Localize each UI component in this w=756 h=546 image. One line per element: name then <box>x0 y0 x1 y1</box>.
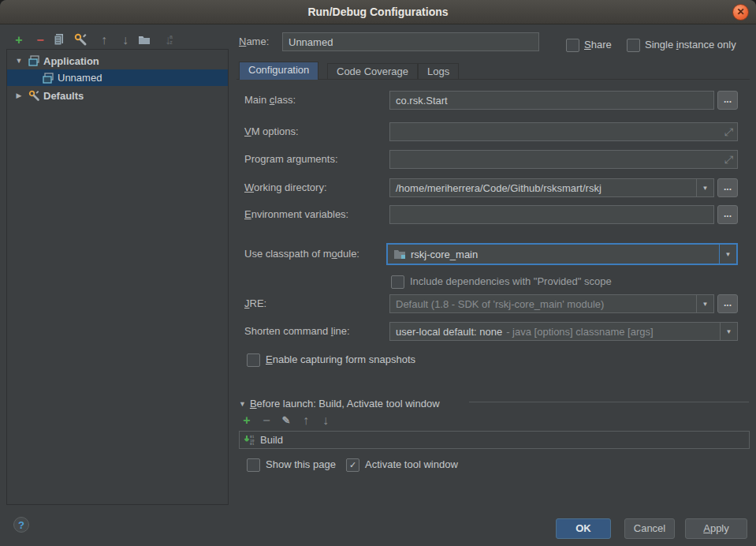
edit-defaults-icon[interactable] <box>73 32 92 48</box>
move-task-down-icon[interactable]: ↓ <box>319 413 332 428</box>
program-arguments-label: Program arguments: <box>244 150 338 169</box>
main-class-label: Main class: <box>244 91 296 110</box>
expand-field-icon[interactable]: ⤢ <box>724 153 733 166</box>
tree-item-defaults[interactable]: ▶ Defaults <box>7 87 228 104</box>
before-launch-toolbar: + − ✎ ↑ ↓ <box>240 413 332 428</box>
shorten-command-line-combobox[interactable]: user-local default: none - java [options… <box>389 322 738 341</box>
jre-label: JRE: <box>244 294 266 313</box>
task-build-item[interactable]: Build <box>260 431 283 450</box>
checkmark-icon: ✓ <box>349 460 356 470</box>
shorten-command-line-label: Shorten command line: <box>244 322 350 341</box>
add-configuration-icon[interactable]: + <box>9 32 28 48</box>
application-type-icon <box>42 72 54 84</box>
single-instance-checkbox[interactable]: Single instance only <box>627 36 736 54</box>
before-launch-task-list: 011001 Build <box>239 431 750 449</box>
edit-task-icon[interactable]: ✎ <box>280 413 292 428</box>
module-icon <box>393 249 406 260</box>
show-this-page-checkbox-box[interactable] <box>247 458 260 472</box>
single-instance-label: Single instance only <box>645 36 736 54</box>
application-type-icon <box>28 54 40 67</box>
tree-item-unnamed[interactable]: Unnamed <box>7 69 228 86</box>
move-task-up-icon[interactable]: ↑ <box>300 413 312 428</box>
show-this-page-checkbox[interactable]: Show this page <box>247 455 336 474</box>
dialog-title: Run/Debug Configurations <box>0 0 756 24</box>
move-up-icon[interactable]: ↑ <box>95 32 114 48</box>
activate-tool-window-checkbox[interactable]: ✓ Activate tool window <box>346 455 458 474</box>
share-checkbox[interactable]: Share <box>566 36 612 54</box>
configurations-tree: ▼ Application Unnamed ▶ Defaults <box>6 49 229 505</box>
working-directory-combobox[interactable]: /home/meriherrera/Code/Github/rsksmart/r… <box>389 178 714 197</box>
copy-configuration-icon[interactable] <box>52 32 71 48</box>
share-checkbox-box[interactable] <box>566 39 579 52</box>
main-class-input[interactable]: co.rsk.Start <box>389 91 714 110</box>
svg-text:01: 01 <box>250 442 255 446</box>
include-dependencies-checkbox-box[interactable] <box>391 275 404 289</box>
build-icon: 011001 <box>244 434 256 447</box>
move-down-icon[interactable]: ↓ <box>116 32 135 48</box>
name-input[interactable]: Unnamed <box>282 32 539 51</box>
expand-field-icon[interactable]: ⤢ <box>724 125 733 139</box>
chevron-down-icon[interactable]: ▼ <box>13 57 24 65</box>
close-icon[interactable]: ✕ <box>732 4 749 21</box>
jre-combobox[interactable]: Default (1.8 - SDK of 'rskj-core_main' m… <box>389 294 714 313</box>
use-classpath-label: Use classpath of module: <box>244 245 359 264</box>
chevron-right-icon[interactable]: ▶ <box>13 92 24 99</box>
working-directory-label: Working directory: <box>244 178 327 197</box>
add-task-icon[interactable]: + <box>240 413 253 428</box>
help-icon[interactable]: ? <box>13 517 29 533</box>
run-debug-configurations-dialog: Run/Debug Configurations ✕ + − ↑ ↓ ↓az N… <box>0 0 756 546</box>
program-arguments-input[interactable]: ⤢ <box>389 150 738 169</box>
tab-code-coverage[interactable]: Code Coverage <box>327 63 418 80</box>
environment-variables-browse-button[interactable]: ... <box>717 205 738 224</box>
tree-item-application[interactable]: ▼ Application <box>7 52 228 69</box>
enable-capturing-checkbox-box[interactable] <box>247 353 260 367</box>
new-folder-icon[interactable] <box>137 32 156 48</box>
working-directory-browse-button[interactable]: ... <box>717 178 738 197</box>
enable-capturing-label: Enable capturing form snapshots <box>266 350 415 369</box>
show-this-page-label: Show this page <box>266 455 336 474</box>
chevron-down-icon[interactable]: ▼ <box>239 400 246 408</box>
before-launch-separator <box>469 402 749 402</box>
enable-capturing-checkbox[interactable]: Enable capturing form snapshots <box>247 350 415 369</box>
include-dependencies-checkbox[interactable]: Include dependencies with "Provided" sco… <box>391 272 612 291</box>
environment-variables-label: Environment variables: <box>244 205 348 224</box>
main-class-browse-button[interactable]: ... <box>717 91 738 110</box>
before-launch-title: Before launch: Build, Activate tool wind… <box>250 395 440 413</box>
name-label: Name: <box>239 32 269 51</box>
before-launch-header[interactable]: ▼ Before launch: Build, Activate tool wi… <box>239 395 440 413</box>
remove-configuration-icon[interactable]: − <box>31 32 50 48</box>
include-dependencies-label: Include dependencies with "Provided" sco… <box>410 272 612 291</box>
activate-tool-window-checkbox-box[interactable]: ✓ <box>346 458 359 472</box>
tab-configuration[interactable]: Configuration <box>239 62 318 80</box>
title-bar[interactable]: Run/Debug Configurations ✕ <box>0 0 756 24</box>
cancel-button[interactable]: Cancel <box>624 518 675 539</box>
chevron-down-icon[interactable]: ▼ <box>696 295 713 312</box>
remove-task-icon[interactable]: − <box>260 413 273 428</box>
defaults-icon <box>28 89 40 102</box>
chevron-down-icon[interactable]: ▼ <box>720 323 737 340</box>
apply-button[interactable]: Apply <box>685 518 747 539</box>
tab-logs[interactable]: Logs <box>418 63 459 80</box>
sort-alphabetically-icon[interactable]: ↓az <box>158 32 177 48</box>
share-label: Share <box>584 36 612 54</box>
jre-browse-button[interactable]: ... <box>717 294 738 313</box>
chevron-down-icon[interactable]: ▼ <box>696 179 713 196</box>
configurations-toolbar: + − ↑ ↓ ↓az <box>9 32 177 48</box>
chevron-down-icon[interactable]: ▼ <box>719 245 736 264</box>
vm-options-input[interactable]: ⤢ <box>389 122 738 141</box>
use-classpath-combobox[interactable]: rskj-core_main ▼ <box>386 243 738 265</box>
environment-variables-input[interactable] <box>389 205 714 224</box>
single-instance-checkbox-box[interactable] <box>627 39 640 52</box>
activate-tool-window-label: Activate tool window <box>365 455 458 474</box>
vm-options-label: VM options: <box>244 122 299 141</box>
ok-button[interactable]: OK <box>556 518 611 539</box>
